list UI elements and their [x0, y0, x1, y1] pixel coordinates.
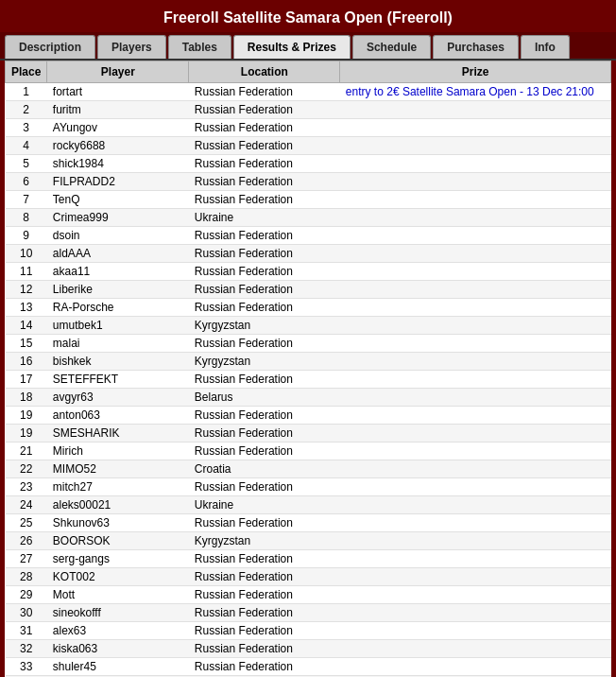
cell-prize — [340, 137, 611, 155]
main-content: PlacePlayerLocationPrize 1fortartRussian… — [5, 61, 611, 677]
cell-prize — [340, 496, 611, 514]
cell-place: 24 — [6, 496, 47, 514]
tab-info[interactable]: Info — [521, 35, 570, 59]
cell-prize — [340, 263, 611, 281]
cell-prize — [340, 425, 611, 443]
cell-place: 28 — [6, 568, 47, 586]
table-row: 3AYungovRussian Federation — [6, 119, 611, 137]
cell-player: dsoin — [47, 227, 189, 245]
cell-prize — [340, 101, 611, 119]
cell-player: serg-gangs — [47, 550, 189, 568]
prize-link[interactable]: entry to 2€ Satellite Samara Open - 13 D… — [346, 85, 594, 98]
cell-place: 33 — [6, 658, 47, 676]
cell-location: Ukraine — [189, 209, 340, 227]
table-row: 4rocky6688Russian Federation — [6, 137, 611, 155]
cell-place: 3 — [6, 119, 47, 137]
table-row: 27serg-gangsRussian Federation — [6, 550, 611, 568]
cell-place: 23 — [6, 478, 47, 496]
table-row: 26BOORSOKKyrgyzstan — [6, 532, 611, 550]
column-header-player: Player — [47, 61, 189, 83]
table-row: 23mitch27Russian Federation — [6, 478, 611, 496]
cell-prize — [340, 460, 611, 478]
cell-player: SMESHARIK — [47, 425, 189, 443]
cell-player: fortart — [47, 83, 189, 101]
cell-prize — [340, 209, 611, 227]
table-row: 15malaiRussian Federation — [6, 335, 611, 353]
cell-location: Russian Federation — [189, 227, 340, 245]
cell-player: SETEFFEKT — [47, 371, 189, 389]
tab-purchases[interactable]: Purchases — [433, 35, 519, 59]
page-title: Freeroll Satellite Samara Open (Freeroll… — [5, 9, 611, 26]
cell-place: 15 — [6, 335, 47, 353]
cell-prize — [340, 245, 611, 263]
cell-location: Russian Federation — [189, 155, 340, 173]
table-row: 19SMESHARIKRussian Federation — [6, 425, 611, 443]
cell-location: Belarus — [189, 389, 340, 407]
cell-location: Russian Federation — [189, 137, 340, 155]
cell-prize — [340, 281, 611, 299]
cell-prize — [340, 335, 611, 353]
table-row: 29MottRussian Federation — [6, 586, 611, 604]
cell-location: Ukraine — [189, 496, 340, 514]
cell-location: Russian Federation — [189, 622, 340, 640]
cell-place: 21 — [6, 443, 47, 460]
cell-place: 7 — [6, 191, 47, 209]
cell-place: 29 — [6, 586, 47, 604]
table-row: 8Crimea999Ukraine — [6, 209, 611, 227]
cell-location: Russian Federation — [189, 550, 340, 568]
table-row: 18avgyr63Belarus — [6, 389, 611, 407]
cell-location: Russian Federation — [189, 101, 340, 119]
cell-location: Russian Federation — [189, 514, 340, 532]
tab-tables[interactable]: Tables — [168, 35, 231, 59]
cell-player: Shkunov63 — [47, 514, 189, 532]
cell-player: Liberike — [47, 281, 189, 299]
cell-location: Russian Federation — [189, 407, 340, 425]
table-row: 13RA-PorscheRussian Federation — [6, 299, 611, 317]
tab-results---prizes[interactable]: Results & Prizes — [233, 35, 351, 59]
cell-location: Russian Federation — [189, 604, 340, 622]
cell-prize — [340, 640, 611, 658]
cell-prize — [340, 371, 611, 389]
cell-location: Kyrgyzstan — [189, 532, 340, 550]
table-row: 25Shkunov63Russian Federation — [6, 514, 611, 532]
cell-player: akaa11 — [47, 263, 189, 281]
cell-prize — [340, 353, 611, 371]
cell-location: Croatia — [189, 460, 340, 478]
cell-place: 17 — [6, 371, 47, 389]
tab-players[interactable]: Players — [97, 35, 166, 59]
cell-place: 10 — [6, 245, 47, 263]
cell-place: 11 — [6, 263, 47, 281]
cell-prize — [340, 299, 611, 317]
cell-location: Russian Federation — [189, 245, 340, 263]
cell-prize — [340, 227, 611, 245]
tab-bar: DescriptionPlayersTablesResults & Prizes… — [0, 32, 616, 61]
table-row: 16bishkekKyrgyzstan — [6, 353, 611, 371]
cell-player: Crimea999 — [47, 209, 189, 227]
table-container: PlacePlayerLocationPrize 1fortartRussian… — [5, 61, 611, 677]
cell-prize — [340, 317, 611, 335]
cell-location: Russian Federation — [189, 299, 340, 317]
app: Freeroll Satellite Samara Open (Freeroll… — [0, 0, 616, 677]
cell-prize — [340, 514, 611, 532]
column-header-prize: Prize — [340, 61, 611, 83]
cell-player: FILPRADD2 — [47, 173, 189, 191]
cell-player: aleks00021 — [47, 496, 189, 514]
cell-player: AYungov — [47, 119, 189, 137]
table-row: 33shuler45Russian Federation — [6, 658, 611, 676]
cell-prize — [340, 443, 611, 460]
cell-player: shick1984 — [47, 155, 189, 173]
cell-location: Russian Federation — [189, 335, 340, 353]
tab-schedule[interactable]: Schedule — [352, 35, 431, 59]
cell-prize[interactable]: entry to 2€ Satellite Samara Open - 13 D… — [340, 83, 611, 101]
cell-location: Russian Federation — [189, 281, 340, 299]
cell-place: 4 — [6, 137, 47, 155]
cell-player: avgyr63 — [47, 389, 189, 407]
cell-location: Russian Federation — [189, 586, 340, 604]
table-row: 21MirichRussian Federation — [6, 443, 611, 460]
cell-player: TenQ — [47, 191, 189, 209]
cell-player: Mott — [47, 586, 189, 604]
table-row: 2furitmRussian Federation — [6, 101, 611, 119]
cell-player: KOT002 — [47, 568, 189, 586]
tab-description[interactable]: Description — [5, 35, 95, 59]
cell-place: 27 — [6, 550, 47, 568]
